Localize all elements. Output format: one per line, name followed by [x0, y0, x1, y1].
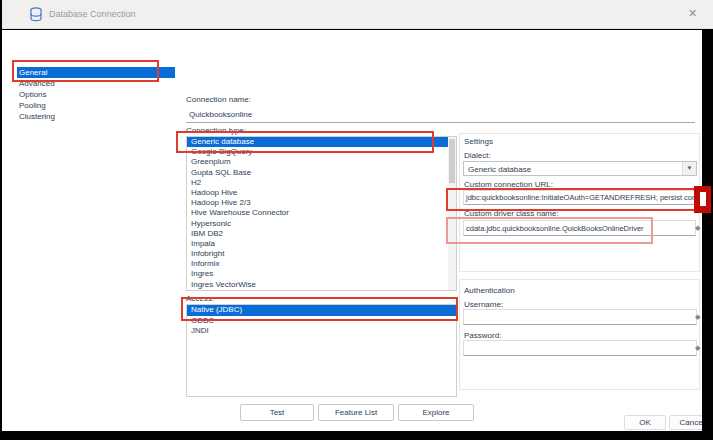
connection-type-item[interactable]: Ingres: [187, 269, 456, 279]
annotation-block-inner-slit: [700, 192, 706, 206]
variable-icon[interactable]: ◆: [695, 344, 700, 352]
connection-type-item[interactable]: Ingres VectorWise: [187, 280, 456, 290]
connection-type-item[interactable]: Hadoop Hive 2/3: [187, 198, 456, 208]
type-list-scrollbar[interactable]: [448, 137, 456, 290]
connection-type-item[interactable]: Greenplum: [187, 157, 456, 167]
variable-icon[interactable]: ◆: [695, 224, 700, 232]
scrollbar-thumb[interactable]: [449, 139, 455, 183]
password-label: Password:: [464, 331, 501, 340]
connection-type-item[interactable]: Infobright: [187, 249, 456, 259]
username-input[interactable]: [463, 309, 697, 325]
feature-list-button[interactable]: Feature List: [318, 404, 394, 421]
connection-type-item[interactable]: Hypersonic: [187, 219, 456, 229]
sidebar-item[interactable]: Pooling: [17, 100, 175, 111]
connection-type-item[interactable]: Impala: [187, 239, 456, 249]
annotation-box-general: [12, 60, 159, 82]
dialect-label: Dialect:: [464, 151, 491, 160]
annotation-box-generic-database: [176, 131, 434, 153]
dialect-value: Generic database: [468, 165, 531, 174]
connection-name-label: Connection name:: [186, 95, 251, 104]
authentication-title: Authentication: [464, 286, 515, 295]
sidebar-item[interactable]: Clustering: [17, 111, 175, 122]
dialog-title: Database Connection: [49, 9, 136, 19]
settings-title: Settings: [464, 137, 493, 146]
screenshot-canvas: Database Connection ✕ GeneralAdvancedOpt…: [0, 0, 713, 440]
password-input[interactable]: [463, 340, 697, 356]
annotation-box-custom-url: [446, 188, 696, 211]
connection-type-item[interactable]: H2: [187, 178, 456, 188]
database-icon: [30, 7, 42, 22]
connection-type-item[interactable]: Hive Warehouse Connector: [187, 208, 456, 218]
access-item[interactable]: JNDI: [187, 326, 456, 337]
connection-type-item[interactable]: Gupta SQL Base: [187, 168, 456, 178]
connection-type-item[interactable]: IBM DB2: [187, 229, 456, 239]
close-icon[interactable]: ✕: [688, 7, 697, 20]
connection-name-input[interactable]: [186, 106, 695, 123]
dropdown-arrow-icon[interactable]: ▼: [682, 162, 696, 175]
annotation-box-native-jdbc: [181, 297, 458, 321]
explore-button[interactable]: Explore: [398, 404, 474, 421]
ok-button[interactable]: OK: [624, 415, 666, 430]
annotation-box-driver-class: [446, 217, 653, 244]
connection-type-item[interactable]: Informix: [187, 259, 456, 269]
username-label: Username:: [464, 300, 503, 309]
connection-type-list: Generic databaseGoogle BigQueryGreenplum…: [186, 136, 457, 291]
dialect-dropdown[interactable]: Generic database ▼: [463, 161, 697, 176]
variable-icon[interactable]: ◆: [695, 313, 700, 321]
cancel-button[interactable]: Cancel: [669, 415, 702, 430]
test-button[interactable]: Test: [240, 404, 314, 421]
connection-type-item[interactable]: Hadoop Hive: [187, 188, 456, 198]
dialog-titlebar: Database Connection ✕: [2, 0, 713, 29]
sidebar-item[interactable]: Options: [17, 89, 175, 100]
